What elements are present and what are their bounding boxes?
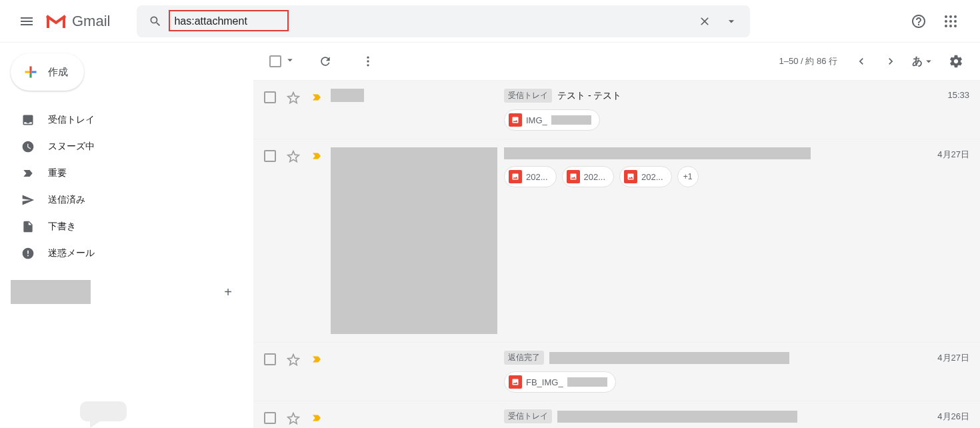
sidebar-item-inbox[interactable]: 受信トレイ (0, 107, 245, 133)
star-button[interactable] (287, 412, 300, 428)
important-marker-icon (311, 412, 323, 424)
email-row[interactable]: 受信トレイ テスト - テスト IMG_ 15:33 (253, 80, 980, 139)
email-row[interactable]: 受信トレイ FB_... FB_... (253, 401, 980, 428)
search-input[interactable] (169, 13, 691, 30)
label-chip[interactable]: 受信トレイ (504, 89, 552, 103)
lang-label: あ (912, 55, 923, 69)
sidebar-item-sent[interactable]: 送信済み (0, 187, 245, 213)
toolbar: 1–50 / 約 86 行 あ (253, 43, 980, 80)
sidebar-item-label: スヌーズ中 (48, 141, 95, 153)
gmail-logo-icon (45, 13, 67, 29)
email-date: 4月27日 (937, 147, 969, 334)
checkbox-icon (269, 55, 281, 67)
email-list: 受信トレイ テスト - テスト IMG_ 15:33 (253, 80, 980, 428)
new-hangout-button[interactable]: + (224, 285, 232, 300)
row-checkbox[interactable] (264, 353, 276, 365)
attachment-chip[interactable]: 202... (619, 166, 672, 187)
compose-label: 作成 (48, 66, 68, 79)
attachment-chip[interactable]: FB_IMG_ (504, 371, 616, 393)
important-button[interactable] (311, 353, 323, 368)
svg-point-1 (949, 15, 952, 18)
row-checkbox[interactable] (264, 412, 276, 424)
spam-icon (21, 247, 35, 260)
star-icon (287, 412, 300, 425)
gmail-logo[interactable]: Gmail (45, 13, 110, 30)
apps-button[interactable] (937, 8, 964, 35)
attachment-chip[interactable]: 202... (504, 166, 557, 187)
svg-rect-10 (32, 71, 37, 73)
star-button[interactable] (287, 353, 300, 369)
sidebar-item-spam[interactable]: 迷惑メール (0, 240, 245, 267)
refresh-button[interactable] (312, 48, 339, 75)
next-page-button[interactable] (877, 48, 904, 75)
row-checkbox[interactable] (264, 91, 276, 103)
image-file-icon (624, 170, 637, 183)
redacted-region (567, 377, 607, 387)
send-icon (21, 193, 35, 207)
star-button[interactable] (287, 91, 300, 107)
search-clear-button[interactable] (691, 8, 718, 35)
input-method-button[interactable]: あ (912, 55, 935, 69)
gmail-logo-text: Gmail (72, 13, 110, 30)
settings-button[interactable] (943, 48, 969, 75)
email-row[interactable]: 返信完了 FB_IMG_ 4月27日 (253, 343, 980, 401)
chevron-down-icon (923, 55, 935, 67)
svg-rect-13 (29, 71, 31, 73)
attachment-name: FB_IMG_ (526, 377, 563, 387)
important-marker-icon (311, 150, 323, 162)
plus-icon (21, 63, 40, 81)
sidebar-item-label: 重要 (48, 167, 67, 179)
redacted-subject (504, 147, 811, 159)
select-dropdown[interactable] (284, 54, 296, 69)
sidebar-item-snoozed[interactable]: スヌーズ中 (0, 133, 245, 160)
sidebar-item-label: 送信済み (48, 194, 85, 206)
gear-icon (949, 54, 963, 69)
attachment-chip[interactable]: IMG_ (504, 109, 600, 131)
more-button[interactable] (355, 48, 381, 75)
prev-page-button[interactable] (848, 48, 875, 75)
important-button[interactable] (311, 412, 323, 427)
svg-point-0 (945, 15, 947, 18)
svg-point-15 (367, 60, 369, 62)
sidebar-item-important[interactable]: 重要 (0, 160, 245, 187)
draft-icon (21, 220, 35, 233)
email-date: 4月27日 (937, 351, 969, 393)
important-button[interactable] (311, 91, 323, 106)
sidebar-item-label: 受信トレイ (48, 114, 95, 126)
attachment-chip[interactable]: 202... (562, 166, 615, 187)
label-chip[interactable]: 受信トレイ (504, 409, 552, 423)
label-chip[interactable]: 返信完了 (504, 351, 544, 365)
svg-point-14 (367, 57, 369, 59)
email-date: 15:33 (947, 89, 969, 131)
main-menu-button[interactable] (11, 5, 43, 37)
svg-point-6 (945, 25, 947, 27)
search-options-dropdown[interactable] (718, 8, 745, 35)
more-attachments-chip[interactable]: +1 (677, 166, 699, 187)
redacted-subject (549, 352, 789, 364)
email-row[interactable]: 202... 202... 202... +1 4月27日 (253, 139, 980, 343)
redacted-sender (331, 89, 364, 102)
redacted-region (11, 280, 91, 304)
search-button[interactable] (142, 8, 169, 35)
compose-button[interactable]: 作成 (11, 53, 84, 91)
sidebar-item-label: 迷惑メール (48, 247, 95, 259)
pagination-info: 1–50 / 約 86 行 (779, 55, 837, 67)
help-icon (911, 13, 927, 29)
star-button[interactable] (287, 150, 300, 166)
svg-point-7 (949, 25, 952, 27)
star-icon (287, 91, 300, 105)
row-checkbox[interactable] (264, 150, 276, 162)
redacted-sender (331, 147, 497, 334)
attachment-name: IMG_ (526, 115, 547, 125)
sidebar-item-drafts[interactable]: 下書き (0, 213, 245, 240)
redacted-region (551, 115, 591, 125)
help-button[interactable] (905, 8, 932, 35)
image-file-icon (509, 375, 522, 389)
select-all-checkbox[interactable] (269, 54, 296, 69)
important-button[interactable] (311, 150, 323, 165)
star-icon (287, 353, 300, 367)
svg-point-3 (945, 20, 947, 23)
svg-rect-9 (29, 66, 31, 71)
sidebar-item-label: 下書き (48, 221, 76, 233)
redacted-subject (557, 411, 797, 423)
